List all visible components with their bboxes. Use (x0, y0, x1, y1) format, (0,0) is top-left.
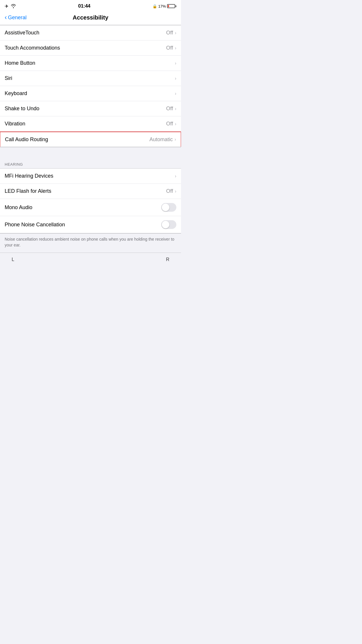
phone-noise-cancellation-row[interactable]: Phone Noise Cancellation (0, 216, 181, 233)
shake-to-undo-value: Off (166, 106, 173, 112)
bottom-bar-right: R (166, 257, 169, 262)
main-settings-section: AssistiveTouch Off › Touch Accommodation… (0, 25, 181, 147)
section-gap (0, 147, 181, 158)
back-chevron-icon: ‹ (5, 14, 7, 21)
call-audio-routing-right: Automatic › (150, 136, 176, 143)
keyboard-label: Keyboard (5, 90, 27, 97)
mfi-hearing-devices-row[interactable]: MFi Hearing Devices › (0, 169, 181, 184)
assistivetouch-label: AssistiveTouch (5, 30, 39, 36)
home-button-row[interactable]: Home Button › (0, 56, 181, 71)
battery-percent: 17% (158, 4, 166, 8)
vibration-chevron-icon: › (175, 121, 176, 127)
home-button-right: › (175, 61, 176, 66)
touch-accommodations-row[interactable]: Touch Accommodations Off › (0, 41, 181, 56)
footer-text: Noise cancellation reduces ambient noise… (0, 233, 181, 253)
keyboard-row[interactable]: Keyboard › (0, 86, 181, 101)
phone-noise-cancellation-right (161, 220, 176, 229)
mono-audio-row[interactable]: Mono Audio (0, 199, 181, 216)
siri-right: › (175, 76, 176, 81)
phone-noise-cancellation-label: Phone Noise Cancellation (5, 222, 65, 228)
call-audio-routing-chevron-icon: › (175, 137, 176, 142)
shake-to-undo-right: Off › (166, 106, 176, 112)
mono-audio-label: Mono Audio (5, 204, 32, 211)
status-bar: ✈ 01:44 🔒 17% (0, 0, 181, 12)
call-audio-routing-row[interactable]: Call Audio Routing Automatic › (0, 132, 181, 147)
mono-audio-right (161, 203, 176, 212)
vibration-value: Off (166, 121, 173, 127)
shake-to-undo-label: Shake to Undo (5, 106, 39, 112)
bottom-bar: L R (0, 253, 181, 266)
status-right: 🔒 17% (152, 4, 176, 8)
main-settings-group: AssistiveTouch Off › Touch Accommodation… (0, 25, 181, 147)
wifi-icon (11, 4, 16, 8)
mono-audio-toggle[interactable] (161, 203, 176, 212)
status-time: 01:44 (78, 3, 90, 9)
assistivetouch-right: Off › (166, 30, 176, 36)
page-title: Accessibility (73, 14, 108, 21)
shake-to-undo-row[interactable]: Shake to Undo Off › (0, 101, 181, 116)
led-flash-alerts-chevron-icon: › (175, 189, 176, 194)
nav-header: ‹ General Accessibility (0, 12, 181, 25)
battery-icon (167, 4, 176, 8)
touch-accommodations-value: Off (166, 45, 173, 51)
siri-label: Siri (5, 75, 12, 81)
shake-to-undo-chevron-icon: › (175, 106, 176, 111)
bottom-bar-left: L (12, 257, 14, 262)
status-left: ✈ (5, 4, 16, 9)
assistivetouch-chevron-icon: › (175, 30, 176, 36)
phone-noise-cancellation-toggle[interactable] (161, 220, 176, 229)
mfi-hearing-devices-right: › (175, 174, 176, 179)
mfi-hearing-devices-chevron-icon: › (175, 174, 176, 179)
home-button-label: Home Button (5, 60, 35, 66)
lock-icon: 🔒 (152, 4, 157, 8)
siri-row[interactable]: Siri › (0, 71, 181, 86)
led-flash-alerts-value: Off (166, 188, 173, 194)
back-button[interactable]: ‹ General (5, 15, 27, 21)
keyboard-right: › (175, 91, 176, 96)
home-button-chevron-icon: › (175, 61, 176, 66)
assistivetouch-value: Off (166, 30, 173, 36)
touch-accommodations-chevron-icon: › (175, 46, 176, 51)
vibration-right: Off › (166, 121, 176, 127)
led-flash-alerts-row[interactable]: LED Flash for Alerts Off › (0, 184, 181, 199)
led-flash-alerts-right: Off › (166, 188, 176, 194)
touch-accommodations-label: Touch Accommodations (5, 45, 60, 51)
mono-audio-toggle-knob (162, 204, 169, 211)
call-audio-routing-value: Automatic (150, 136, 173, 143)
back-label: General (8, 15, 27, 21)
hearing-section-header: HEARING (0, 158, 181, 168)
call-audio-routing-label: Call Audio Routing (5, 136, 48, 143)
touch-accommodations-right: Off › (166, 45, 176, 51)
siri-chevron-icon: › (175, 76, 176, 81)
airplane-icon: ✈ (5, 4, 8, 9)
hearing-settings-group: MFi Hearing Devices › LED Flash for Aler… (0, 168, 181, 233)
vibration-row[interactable]: Vibration Off › (0, 116, 181, 132)
vibration-label: Vibration (5, 121, 25, 127)
assistivetouch-row[interactable]: AssistiveTouch Off › (0, 25, 181, 41)
mfi-hearing-devices-label: MFi Hearing Devices (5, 173, 53, 179)
keyboard-chevron-icon: › (175, 91, 176, 96)
led-flash-alerts-label: LED Flash for Alerts (5, 188, 51, 194)
phone-noise-cancellation-toggle-knob (162, 221, 169, 228)
